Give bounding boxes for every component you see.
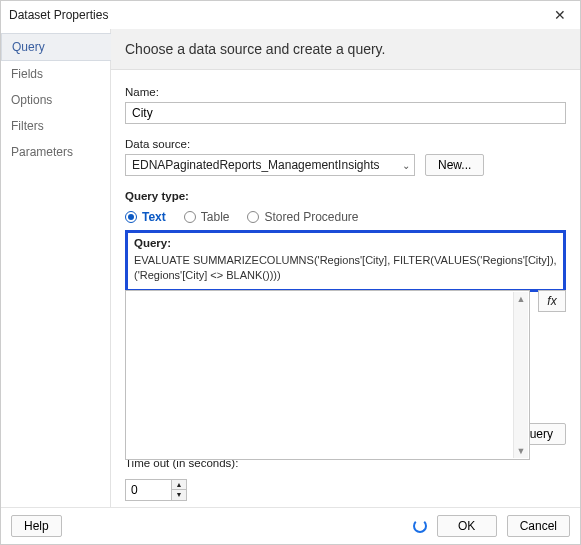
- close-icon[interactable]: ✕: [550, 7, 570, 23]
- sidebar-item-parameters[interactable]: Parameters: [1, 139, 110, 165]
- radio-icon: [184, 211, 196, 223]
- data-source-value: EDNAPaginatedReports_ManagementInsights: [132, 158, 379, 172]
- sidebar-item-query[interactable]: Query: [1, 33, 111, 61]
- cancel-button[interactable]: Cancel: [507, 515, 570, 537]
- sidebar: Query Fields Options Filters Parameters: [1, 29, 111, 507]
- radio-stored-procedure[interactable]: Stored Procedure: [247, 210, 358, 224]
- title-bar: Dataset Properties ✕: [1, 1, 580, 29]
- radio-text[interactable]: Text: [125, 210, 166, 224]
- expression-button[interactable]: fx: [538, 290, 566, 312]
- scrollbar[interactable]: ▲ ▼: [513, 292, 528, 458]
- timeout-stepper[interactable]: ▲ ▼: [125, 479, 187, 501]
- timeout-input[interactable]: [125, 479, 171, 501]
- sidebar-item-filters[interactable]: Filters: [1, 113, 110, 139]
- footer: Help OK Cancel: [1, 507, 580, 544]
- sidebar-item-options[interactable]: Options: [1, 87, 110, 113]
- data-source-label: Data source:: [125, 138, 566, 150]
- radio-table[interactable]: Table: [184, 210, 230, 224]
- stepper-down-icon[interactable]: ▼: [172, 490, 186, 500]
- name-label: Name:: [125, 86, 566, 98]
- stepper-up-icon[interactable]: ▲: [172, 480, 186, 490]
- query-preview-text: EVALUATE SUMMARIZECOLUMNS('Regions'[City…: [134, 253, 557, 283]
- loading-spinner-icon: [413, 519, 427, 533]
- radio-icon: [247, 211, 259, 223]
- help-button[interactable]: Help: [11, 515, 62, 537]
- scroll-down-icon[interactable]: ▼: [514, 444, 528, 458]
- page-heading: Choose a data source and create a query.: [111, 29, 580, 70]
- sidebar-item-fields[interactable]: Fields: [1, 61, 110, 87]
- query-highlight-box: Query: EVALUATE SUMMARIZECOLUMNS('Region…: [125, 230, 566, 292]
- query-textarea[interactable]: ▲ ▼: [125, 290, 530, 460]
- query-label: Query:: [134, 237, 557, 249]
- new-button[interactable]: New...: [425, 154, 484, 176]
- scroll-up-icon[interactable]: ▲: [514, 292, 528, 306]
- window-title: Dataset Properties: [9, 8, 108, 22]
- name-input[interactable]: [125, 102, 566, 124]
- ok-button[interactable]: OK: [437, 515, 497, 537]
- query-type-label: Query type:: [125, 190, 566, 202]
- data-source-dropdown[interactable]: EDNAPaginatedReports_ManagementInsights …: [125, 154, 415, 176]
- chevron-down-icon: ⌄: [402, 160, 410, 171]
- radio-icon: [125, 211, 137, 223]
